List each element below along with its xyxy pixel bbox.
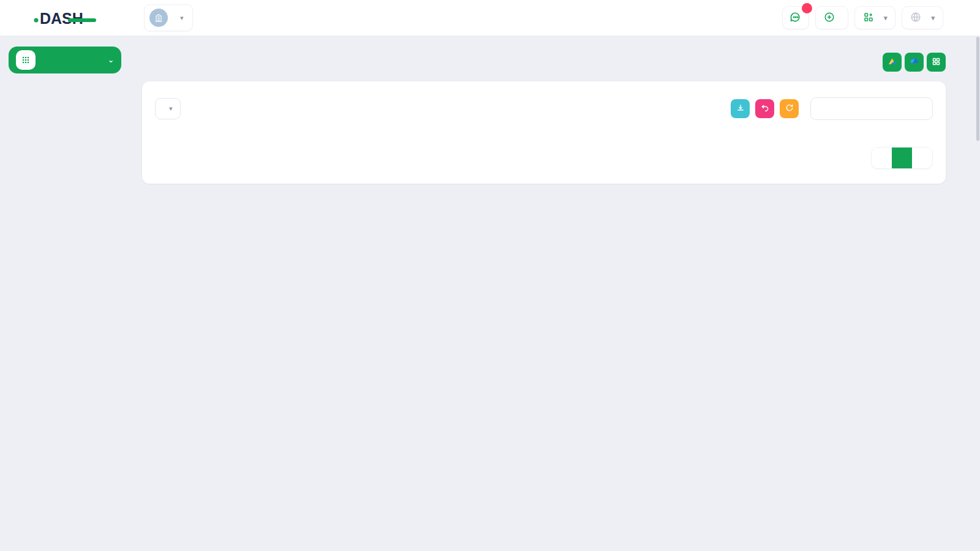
language-selector[interactable]: ▾ [902, 6, 943, 29]
undo-button[interactable] [755, 99, 774, 118]
prev-page-button[interactable] [872, 148, 892, 168]
page-scrollbar[interactable] [976, 37, 979, 141]
sidebar: ⌄ [0, 36, 130, 551]
export-button[interactable] [731, 99, 750, 118]
download-icon [736, 103, 745, 114]
globe-icon [910, 12, 921, 24]
refresh-icon [785, 103, 794, 114]
current-page-button[interactable] [892, 148, 912, 168]
dots-grid-icon [16, 50, 36, 70]
entries-per-page-select[interactable]: ▾ [155, 98, 181, 119]
grid-plus-icon [863, 12, 874, 24]
google-drive-icon [888, 56, 897, 68]
app-logo[interactable]: DASH [34, 8, 101, 28]
main-content: ▾ [130, 36, 956, 551]
messages-badge [802, 3, 812, 13]
chevron-down-icon: ▾ [180, 14, 184, 22]
next-page-button[interactable] [912, 148, 932, 168]
pos-order-table-card: ▾ [142, 81, 946, 184]
workspace-dropdown[interactable]: ▾ [854, 6, 896, 29]
messages-button[interactable] [782, 6, 809, 29]
chevron-down-icon: ⌄ [108, 56, 114, 64]
chevron-down-icon: ▾ [169, 105, 173, 113]
google-drive-button[interactable] [883, 53, 902, 72]
search-input[interactable] [810, 97, 933, 120]
dash-logo-icon: DASH [34, 8, 97, 28]
refresh-button[interactable] [780, 99, 799, 118]
workspace-selector[interactable]: ▾ [144, 4, 193, 31]
onedrive-icon [909, 56, 920, 69]
onedrive-button[interactable] [905, 53, 924, 72]
grid-icon [932, 57, 941, 68]
pagination [871, 147, 933, 169]
building-icon [149, 9, 168, 27]
sidebar-item-pos[interactable]: ⌄ [9, 47, 121, 73]
top-bar: DASH ▾ [0, 0, 980, 36]
chat-bubble-icon [790, 11, 802, 25]
undo-icon [761, 103, 769, 114]
create-workspace-button[interactable] [815, 6, 848, 29]
grid-view-button[interactable] [927, 53, 946, 72]
chevron-down-icon: ▾ [931, 14, 935, 22]
chevron-down-icon: ▾ [884, 14, 888, 22]
plus-circle-icon [824, 12, 835, 24]
